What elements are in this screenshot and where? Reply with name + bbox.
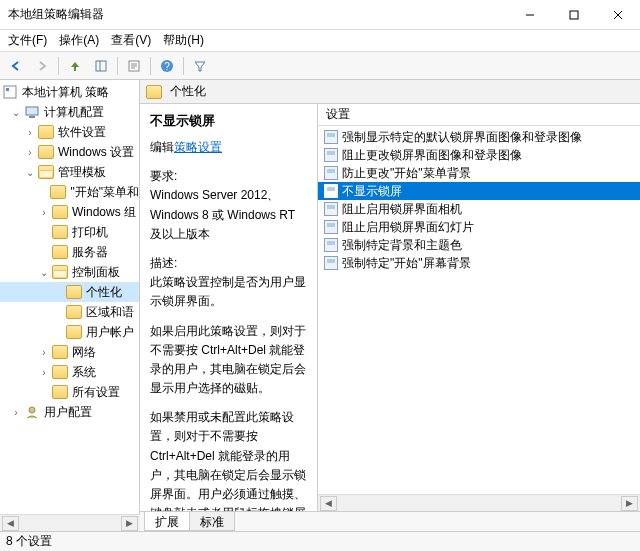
svg-rect-15 — [29, 116, 35, 118]
collapse-icon[interactable]: ⌄ — [38, 266, 50, 278]
expand-icon[interactable]: › — [38, 366, 50, 378]
folder-icon — [66, 325, 82, 339]
collapse-icon[interactable]: ⌄ — [24, 166, 36, 178]
tab-standard[interactable]: 标准 — [189, 512, 235, 531]
spacer — [52, 286, 64, 298]
scroll-right-button[interactable]: ▶ — [621, 496, 638, 511]
up-button[interactable] — [63, 55, 87, 77]
tree-label: 区域和语 — [86, 304, 134, 321]
folder-icon — [52, 265, 68, 279]
column-label: 设置 — [326, 106, 350, 123]
tree-user-accounts[interactable]: 用户帐户 — [0, 322, 139, 342]
close-button[interactable] — [596, 0, 640, 30]
window-buttons — [508, 0, 640, 30]
tree-printers[interactable]: 打印机 — [0, 222, 139, 242]
tree-label: Windows 组 — [72, 204, 136, 221]
req-label: 要求: — [150, 167, 307, 186]
main-body: 本地计算机 策略 ⌄ 计算机配置 › 软件设置 › Windows 设置 ⌄ 管… — [0, 80, 640, 531]
spacer — [38, 386, 50, 398]
list-item[interactable]: 强制显示特定的默认锁屏界面图像和登录图像 — [318, 128, 640, 146]
folder-icon — [38, 125, 54, 139]
properties-button[interactable] — [122, 55, 146, 77]
header-label: 个性化 — [170, 83, 206, 100]
policy-icon — [2, 84, 18, 100]
expand-icon[interactable]: › — [38, 206, 50, 218]
tree-servers[interactable]: 服务器 — [0, 242, 139, 262]
tree-root[interactable]: 本地计算机 策略 — [0, 82, 139, 102]
tree-start-menu[interactable]: "开始"菜单和 — [0, 182, 139, 202]
computer-icon — [24, 104, 40, 120]
collapse-icon[interactable]: ⌄ — [10, 106, 22, 118]
edit-prefix: 编辑 — [150, 140, 174, 154]
list-item[interactable]: 防止更改"开始"菜单背景 — [318, 164, 640, 182]
spacer — [38, 246, 50, 258]
menu-file[interactable]: 文件(F) — [8, 32, 47, 49]
tab-extended[interactable]: 扩展 — [144, 512, 190, 531]
list-item[interactable]: 阻止更改锁屏界面图像和登录图像 — [318, 146, 640, 164]
tree-hscrollbar[interactable]: ◀ ▶ — [0, 514, 140, 531]
requirement-block: 要求: Windows Server 2012、Windows 8 或 Wind… — [150, 167, 307, 244]
toolbar-separator — [150, 57, 151, 75]
settings-items[interactable]: 强制显示特定的默认锁屏界面图像和登录图像阻止更改锁屏界面图像和登录图像防止更改"… — [318, 126, 640, 494]
tree-label: 用户配置 — [44, 404, 92, 421]
expand-icon[interactable]: › — [10, 406, 22, 418]
tree-control-panel[interactable]: ⌄ 控制面板 — [0, 262, 139, 282]
user-icon — [24, 404, 40, 420]
menu-view[interactable]: 查看(V) — [111, 32, 151, 49]
maximize-button[interactable] — [552, 0, 596, 30]
list-item[interactable]: 强制特定背景和主题色 — [318, 236, 640, 254]
tree-user-config[interactable]: › 用户配置 — [0, 402, 139, 422]
folder-icon — [52, 205, 68, 219]
list-item-label: 阻止启用锁屏界面相机 — [342, 201, 462, 218]
tree-admin-templates[interactable]: ⌄ 管理模板 — [0, 162, 139, 182]
edit-policy-link[interactable]: 策略设置 — [174, 140, 222, 154]
setting-icon — [324, 202, 338, 216]
tree-label: 软件设置 — [58, 124, 106, 141]
show-hide-button[interactable] — [89, 55, 113, 77]
list-item-label: 防止更改"开始"菜单背景 — [342, 165, 471, 182]
back-button[interactable] — [4, 55, 28, 77]
hscrollbar[interactable]: ◀ ▶ — [318, 494, 640, 511]
scroll-right-button[interactable]: ▶ — [121, 516, 138, 531]
folder-icon — [52, 385, 68, 399]
minimize-button[interactable] — [508, 0, 552, 30]
tree-windows-components[interactable]: › Windows 组 — [0, 202, 139, 222]
tree-network[interactable]: › 网络 — [0, 342, 139, 362]
setting-icon — [324, 184, 338, 198]
spacer — [52, 326, 64, 338]
scroll-left-button[interactable]: ◀ — [320, 496, 337, 511]
tree-regional[interactable]: 区域和语 — [0, 302, 139, 322]
list-item[interactable]: 阻止启用锁屏界面相机 — [318, 200, 640, 218]
scroll-left-button[interactable]: ◀ — [2, 516, 19, 531]
tree-pane[interactable]: 本地计算机 策略 ⌄ 计算机配置 › 软件设置 › Windows 设置 ⌄ 管… — [0, 80, 140, 531]
desc-text: 此策略设置控制是否为用户显示锁屏界面。 — [150, 273, 307, 311]
expand-icon[interactable]: › — [24, 146, 36, 158]
tree-personalization[interactable]: 个性化 — [0, 282, 139, 302]
filter-button[interactable] — [188, 55, 212, 77]
tree-label: 用户帐户 — [86, 324, 134, 341]
expand-icon[interactable]: › — [24, 126, 36, 138]
setting-icon — [324, 130, 338, 144]
list-item[interactable]: 阻止启用锁屏界面幻灯片 — [318, 218, 640, 236]
tree-label: 个性化 — [86, 284, 122, 301]
list-item-label: 阻止启用锁屏界面幻灯片 — [342, 219, 474, 236]
tree-label: 网络 — [72, 344, 96, 361]
list-item[interactable]: 强制特定"开始"屏幕背景 — [318, 254, 640, 272]
forward-button[interactable] — [30, 55, 54, 77]
tree-all-settings[interactable]: 所有设置 — [0, 382, 139, 402]
tree-software-settings[interactable]: › 软件设置 — [0, 122, 139, 142]
folder-icon — [146, 85, 162, 99]
column-header[interactable]: 设置 — [318, 104, 640, 126]
description-pane: 不显示锁屏 编辑策略设置 要求: Windows Server 2012、Win… — [140, 104, 318, 511]
menu-action[interactable]: 操作(A) — [59, 32, 99, 49]
para1: 如果启用此策略设置，则对于不需要按 Ctrl+Alt+Del 就能登录的用户，其… — [150, 322, 307, 399]
expand-icon[interactable]: › — [38, 346, 50, 358]
help-button[interactable]: ? — [155, 55, 179, 77]
svg-text:?: ? — [164, 61, 170, 72]
tree-system[interactable]: › 系统 — [0, 362, 139, 382]
tree-computer-config[interactable]: ⌄ 计算机配置 — [0, 102, 139, 122]
list-item[interactable]: 不显示锁屏 — [318, 182, 640, 200]
tree-windows-settings[interactable]: › Windows 设置 — [0, 142, 139, 162]
menu-help[interactable]: 帮助(H) — [163, 32, 204, 49]
toolbar-separator — [58, 57, 59, 75]
